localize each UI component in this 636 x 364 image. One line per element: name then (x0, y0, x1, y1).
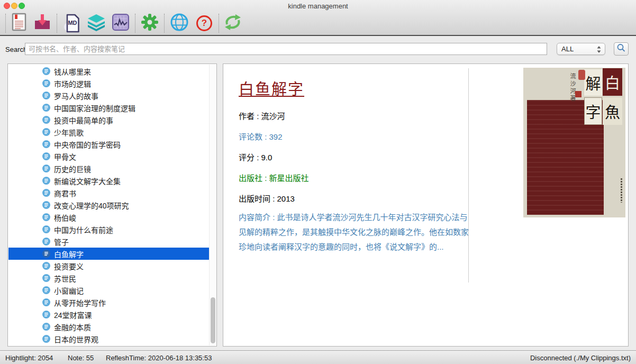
list-item[interactable]: 中国为什么有前途 (8, 223, 209, 235)
cover-char-bai: 白 (603, 68, 622, 96)
book-title-link[interactable]: 白鱼解字 (239, 77, 304, 99)
list-item[interactable]: 管子 (8, 235, 209, 248)
book-list-panel: 钱从哪里来 市场的逻辑 罗马人的故事 (7, 63, 217, 347)
clippings-button[interactable] (8, 13, 30, 34)
list-item[interactable]: 投资要义 (8, 260, 209, 272)
list-item[interactable]: 市场的逻辑 (8, 77, 209, 89)
list-item[interactable]: 从零开始学写作 (8, 296, 209, 308)
book-document-icon (42, 250, 50, 258)
list-item-label: 历史的巨镜 (54, 163, 91, 174)
cover-red-stamp (578, 70, 585, 80)
list-item[interactable]: 投资中最简单的事 (8, 114, 209, 126)
list-item[interactable]: 中央帝国的哲学密码 (8, 138, 209, 150)
book-document-icon (42, 152, 50, 160)
filter-selected-value: ALL (561, 45, 574, 53)
list-item[interactable]: 白鱼解字 (8, 248, 209, 260)
cover-author-signature: 流沙河著 (568, 73, 576, 103)
book-detail-panel: 白鱼解字 作者 : 流沙河 评论数 : 392 评分 : 9.0 出版社 : 新… (223, 63, 629, 347)
toolbar-separator (135, 14, 135, 33)
toolbar-separator (164, 14, 165, 33)
scrollbar-thumb[interactable] (211, 297, 215, 343)
stats-button[interactable] (110, 13, 131, 34)
cover-char-jie: 解 (584, 69, 602, 96)
help-button[interactable]: ? (194, 13, 215, 34)
list-item-label: 日本的世界观 (54, 334, 98, 344)
panel-divider (468, 68, 469, 283)
book-description: 内容简介 : 此书是诗人学者流沙河先生几十年对古汉字研究心法与见解的精粹之作，是… (239, 210, 469, 254)
field-author: 作者 : 流沙河 (239, 110, 285, 121)
list-item-label: 白鱼解字 (54, 249, 84, 259)
toolbar-separator (219, 14, 219, 33)
list-item[interactable]: 日本的世界观 (8, 333, 209, 345)
list-item-label: 投资中最简单的事 (54, 115, 113, 125)
filter-dropdown[interactable]: ALL (557, 43, 605, 55)
book-document-icon (42, 286, 50, 294)
status-note-count: Note: 55 (68, 354, 94, 362)
book-document-icon (42, 140, 50, 148)
layers-button[interactable] (86, 13, 107, 34)
import-button[interactable] (32, 13, 53, 34)
book-document-icon (42, 189, 50, 197)
list-item[interactable]: 苏世民 (8, 272, 209, 284)
cover-publisher-mark (621, 178, 622, 203)
search-button[interactable] (614, 42, 629, 56)
web-button[interactable] (169, 13, 190, 34)
book-document-icon (42, 128, 50, 136)
chevron-up-down-icon (597, 46, 601, 54)
list-item[interactable]: 钱从哪里来 (8, 65, 209, 77)
list-item[interactable]: 杨伯峻 (8, 211, 209, 223)
list-item[interactable]: 改变心理学的40项研究 (8, 199, 209, 211)
list-item[interactable]: 小窗幽记 (8, 284, 209, 296)
list-item-label: 从零开始学写作 (54, 297, 106, 308)
list-item-label: 杨伯峻 (54, 212, 76, 223)
list-item-label: 罗马人的故事 (54, 90, 98, 101)
list-item[interactable]: 24堂财富课 (8, 308, 209, 321)
list-item[interactable]: 中国国家治理的制度逻辑 (8, 102, 209, 114)
search-label: Search (5, 46, 27, 53)
list-item[interactable]: 历史的巨镜 (8, 162, 209, 175)
field-publisher: 出版社 : 新星出版社 (239, 172, 309, 183)
search-input[interactable] (25, 43, 547, 55)
book-document-icon (42, 225, 50, 233)
cover-seal (575, 91, 582, 97)
list-item-label: 管子 (54, 236, 69, 247)
window-title: kindle management (0, 2, 636, 10)
status-connection: Disconnected (./My Clippings.txt) (530, 354, 631, 362)
refresh-button[interactable] (222, 13, 243, 34)
list-item-label: 少年凯歌 (54, 127, 84, 138)
book-document-icon (42, 335, 50, 343)
toolbar: MD (0, 12, 636, 35)
book-document-icon (42, 311, 50, 319)
search-magnifier-icon (616, 43, 626, 55)
toolbar-separator (5, 14, 6, 33)
list-item-label: 24堂财富课 (54, 310, 92, 320)
settings-gear-icon (140, 13, 159, 34)
book-document-icon (42, 79, 50, 87)
list-item[interactable]: 新编说文解字大全集 (8, 175, 209, 187)
list-item-label: 甲骨文 (54, 151, 76, 162)
app-window: kindle management (0, 0, 636, 364)
list-item[interactable]: 商君书 (8, 187, 209, 199)
list-item-label: 市场的逻辑 (54, 78, 91, 89)
book-document-icon (42, 104, 50, 112)
list-item[interactable]: 少年凯歌 (8, 126, 209, 138)
layers-icon (87, 13, 106, 33)
settings-button[interactable] (139, 13, 160, 34)
field-rating: 评分 : 9.0 (239, 151, 272, 162)
toolbar-separator (57, 14, 57, 33)
list-item[interactable]: 金融的本质 (8, 321, 209, 333)
help-icon: ? (196, 15, 212, 31)
book-document-icon (42, 213, 50, 221)
list-item[interactable]: 罗马人的故事 (8, 89, 209, 102)
book-document-icon (42, 201, 50, 209)
status-highlight-count: Hightlight: 2054 (5, 354, 53, 362)
status-bar: Hightlight: 2054 Note: 55 RefleshTime: 2… (0, 350, 636, 364)
markdown-label: MD (63, 20, 81, 26)
markdown-export-button[interactable]: MD (62, 13, 83, 34)
import-download-icon (33, 13, 52, 34)
sidebar-scrollbar[interactable] (209, 65, 216, 345)
cover-char-yu: 魚 (603, 97, 622, 125)
list-item-label: 中央帝国的哲学密码 (54, 139, 121, 150)
list-item[interactable]: 甲骨文 (8, 150, 209, 162)
book-document-icon (42, 92, 50, 99)
